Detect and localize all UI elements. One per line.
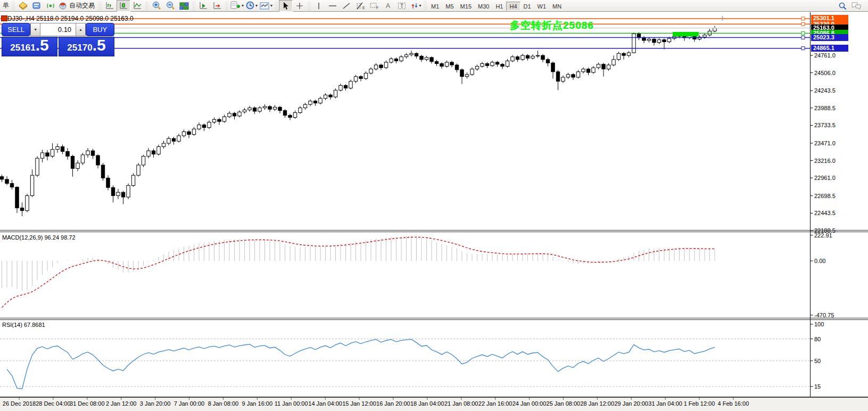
timeframe-h4[interactable]: H4 <box>506 2 520 11</box>
buy-price-display[interactable]: 25170.5 <box>59 37 114 56</box>
y-axis-tick-label: 24243.5 <box>814 87 836 94</box>
timeframe-mn[interactable]: MN <box>549 2 565 11</box>
autotrading-button[interactable]: 自动交易 <box>57 0 97 12</box>
price-line-handle[interactable] <box>801 17 805 20</box>
zoom-out-button[interactable] <box>163 0 177 12</box>
panel-separator[interactable] <box>0 319 868 320</box>
volume-decrease-button[interactable]: ▼ <box>30 23 40 36</box>
fibonacci-tool-button[interactable]: E <box>353 0 367 12</box>
vertical-line-tool-button[interactable] <box>312 0 326 12</box>
text-a-icon: A <box>384 2 392 10</box>
timeframe-m5[interactable]: M5 <box>442 2 457 11</box>
periods-dropdown-arrow[interactable]: ▾ <box>255 3 258 8</box>
chart-canvas[interactable]: 24761.024506.024243.523988.523733.523471… <box>0 0 868 411</box>
svg-text:F: F <box>376 6 378 10</box>
bar-chart-icon <box>105 2 114 10</box>
arrows-dropdown-arrow[interactable]: ▾ <box>419 3 421 8</box>
zoom-out-icon <box>166 1 175 10</box>
bar-chart-button[interactable] <box>103 0 117 12</box>
timeframe-toolbar: M1M5M15M30H1H4D1W1MN <box>428 1 565 11</box>
periods-button[interactable]: ▾ <box>245 0 259 12</box>
arrows-tool-button[interactable]: ▾ <box>409 0 423 12</box>
y-axis-tick-label: 22443.5 <box>814 210 836 216</box>
mt4-window: 单 自动交易 ▾ ▾ ▾ E F A T ▾ <box>0 0 868 411</box>
volume-increase-button[interactable]: ▲ <box>76 23 86 36</box>
search-icon[interactable] <box>838 2 847 10</box>
price-line-handle[interactable] <box>801 31 805 35</box>
indicators-icon <box>230 1 241 10</box>
sell-price-fraction: .5 <box>36 37 49 53</box>
templates-dropdown-arrow[interactable]: ▾ <box>270 3 272 8</box>
data-window-button[interactable] <box>30 0 44 12</box>
templates-button[interactable]: ▾ <box>259 0 274 12</box>
timeframe-m15[interactable]: M15 <box>457 2 475 11</box>
horizontal-line-tool-button[interactable] <box>326 0 340 12</box>
chat-icon[interactable] <box>851 2 862 10</box>
x-axis-label: 26 Dec 2018 <box>3 400 36 407</box>
auto-scroll-button[interactable] <box>196 0 210 12</box>
panel-separator[interactable] <box>0 318 868 318</box>
macd-indicator-label: MACD(12,26,9) 96.24 98.72 <box>2 234 76 241</box>
price-line-handle[interactable] <box>801 36 805 39</box>
tile-windows-button[interactable] <box>177 0 191 12</box>
buy-price-fraction: .5 <box>93 37 106 53</box>
rsi-axis-label: 50 <box>814 358 821 364</box>
timeframe-m30[interactable]: M30 <box>475 2 492 11</box>
x-axis-label: 8 Jan 08:00 <box>208 400 239 407</box>
rsi-axis-label: 80 <box>814 336 821 342</box>
price-line-handle[interactable] <box>801 22 805 26</box>
y-axis-tick-label: 24506.0 <box>814 70 836 76</box>
price-axis-label-25023.3: 25023.3 <box>811 34 848 41</box>
y-axis-tick-label: 23216.0 <box>814 158 836 164</box>
time-axis-separator <box>0 397 868 398</box>
macd-axis-label: -470.75 <box>814 312 834 318</box>
line-chart-icon <box>133 2 142 10</box>
clock-icon <box>246 1 255 10</box>
toolbar-separator <box>145 1 148 11</box>
mouse-cursor: ✛ <box>720 14 725 22</box>
timeframe-m1[interactable]: M1 <box>428 2 442 11</box>
x-axis-label: 18 Jan 04:00 <box>410 400 444 407</box>
zoom-in-icon <box>152 1 161 10</box>
indicators-button[interactable]: ▾ <box>229 0 245 12</box>
sell-price-main: 25161 <box>10 43 35 53</box>
cursor-tool-button[interactable] <box>279 0 293 12</box>
panel-separator[interactable] <box>0 230 868 231</box>
auto-scroll-icon <box>199 2 208 10</box>
text-tool-button[interactable]: A <box>381 0 395 12</box>
arrows-icon <box>410 2 419 10</box>
indicators-dropdown-arrow[interactable]: ▾ <box>242 3 244 8</box>
new-order-button[interactable]: 单 <box>1 1 11 10</box>
buy-price-main: 25170 <box>67 43 92 53</box>
market-watch-button[interactable] <box>16 0 30 12</box>
buy-button[interactable]: BUY <box>86 23 114 36</box>
timeframe-w1[interactable]: W1 <box>534 2 550 11</box>
line-chart-button[interactable] <box>130 0 144 12</box>
highlight-rectangle[interactable] <box>673 32 699 36</box>
candlestick-chart-button[interactable] <box>117 0 130 12</box>
x-axis-label: 21 Jan 08:00 <box>444 400 478 407</box>
x-axis-label: 29 Jan 20:00 <box>614 400 648 407</box>
zoom-in-button[interactable] <box>150 0 163 12</box>
chart-shift-button[interactable] <box>210 0 224 12</box>
toolbar-separator <box>12 1 15 11</box>
x-axis-label: 7 Jan 00:00 <box>174 400 205 407</box>
timeframe-d1[interactable]: D1 <box>520 2 534 11</box>
text-label-tool-button[interactable]: T <box>395 0 409 12</box>
toolbar-separator <box>225 1 228 11</box>
panel-separator[interactable] <box>0 232 868 232</box>
crosshair-tool-button[interactable] <box>293 0 307 12</box>
pivot-annotation-text[interactable]: 多空转折点25086 <box>510 19 594 32</box>
navigator-button[interactable] <box>44 0 57 12</box>
sell-button[interactable]: SELL <box>2 23 30 36</box>
channel-tool-button[interactable]: F <box>367 0 381 12</box>
volume-input[interactable]: 0.10 <box>40 23 76 36</box>
navigator-icon <box>46 2 55 10</box>
channel-icon: F <box>369 2 379 10</box>
trendline-tool-button[interactable] <box>340 0 353 12</box>
timeframe-h1[interactable]: H1 <box>492 2 506 11</box>
vertical-line-icon <box>316 2 322 10</box>
one-click-trading-panel: SELL ▼ 0.10 ▲ BUY 25161.5 25170.5 <box>2 23 114 56</box>
sell-price-display[interactable]: 25161.5 <box>2 37 57 56</box>
price-line-handle[interactable] <box>801 47 805 50</box>
